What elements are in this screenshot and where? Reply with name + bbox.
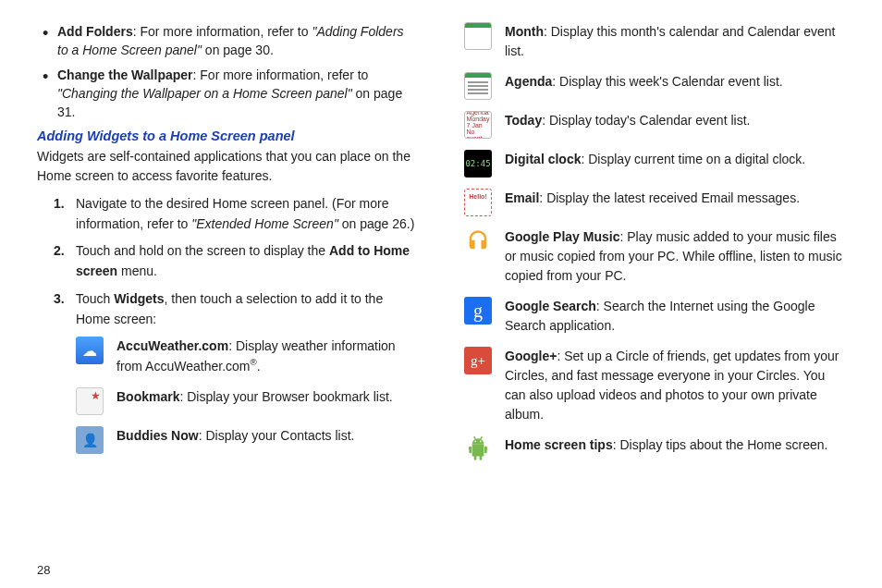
- music-headphones-icon: [464, 227, 492, 255]
- widget-desc: : Display current time on a digital cloc…: [581, 152, 805, 166]
- widget-desc: : Display the latest received Email mess…: [539, 190, 800, 205]
- svg-rect-5: [474, 455, 477, 459]
- weather-icon: [76, 337, 104, 364]
- widget-name: Digital clock: [505, 152, 581, 166]
- svg-line-7: [474, 436, 476, 439]
- right-column: Month: Display this month's calendar and…: [464, 22, 845, 474]
- widget-text: Buddies Now: Display your Contacts list.: [116, 426, 418, 446]
- digital-clock-icon: 02:45: [464, 150, 492, 178]
- widget-text: Google Play Music: Play music added to y…: [505, 227, 845, 286]
- step-ref: "Extended Home Screen": [191, 216, 338, 231]
- svg-rect-0: [472, 445, 484, 457]
- calendar-month-icon: [464, 22, 492, 50]
- bullet-label: Change the Wallpaper: [57, 67, 193, 82]
- bullet-suffix: on page 30.: [202, 43, 274, 57]
- calendar-agenda-icon: [464, 72, 492, 100]
- widget-desc: : Display this week's Calendar event lis…: [552, 74, 782, 89]
- svg-rect-3: [469, 447, 472, 454]
- widget-desc: : Display your Contacts list.: [199, 428, 355, 443]
- bullet-text: : For more information, refer to: [193, 67, 369, 82]
- svg-point-9: [474, 441, 476, 443]
- buddy-icon: [76, 426, 104, 454]
- bullet-change-wallpaper: Change the Wallpaper: For more informati…: [37, 66, 418, 122]
- widget-gplus: Google+: Set up a Circle of friends, get…: [464, 347, 845, 424]
- document-page: Add Folders: For more information, refer…: [0, 0, 882, 484]
- widget-email: Email: Display the latest received Email…: [464, 189, 845, 216]
- step-bold: Widgets: [114, 291, 164, 306]
- widget-name: AccuWeather.com: [116, 338, 228, 353]
- google-plus-icon: [464, 347, 492, 374]
- widget-text: Digital clock: Display current time on a…: [505, 150, 845, 169]
- svg-line-8: [481, 436, 483, 439]
- bullet-text: : For more information, refer to: [133, 24, 312, 39]
- bookmark-icon: [76, 387, 104, 415]
- bullet-ref: "Changing the Wallpaper on a Home Screen…: [57, 86, 352, 101]
- svg-point-10: [480, 441, 482, 443]
- widget-text: Bookmark: Display your Browser bookmark …: [116, 387, 418, 407]
- widget-desc: : Display this month's calendar and Cale…: [505, 24, 836, 58]
- svg-rect-4: [484, 447, 487, 454]
- widget-text: Today: Display today's Calendar event li…: [505, 111, 845, 130]
- widget-text: Month: Display this month's calendar and…: [505, 22, 845, 61]
- widget-name: Agenda: [505, 74, 552, 89]
- widget-text: Home screen tips: Display tips about the…: [505, 435, 845, 455]
- widget-text: Google+: Set up a Circle of friends, get…: [505, 347, 845, 424]
- step-text: on page 26.): [338, 216, 415, 231]
- intro-paragraph: Widgets are self-contained applications …: [37, 147, 418, 185]
- widget-name: Month: [505, 24, 544, 39]
- google-search-icon: [464, 297, 492, 325]
- widget-desc: : Display today's Calendar event list.: [542, 113, 750, 128]
- widget-name: Bookmark: [116, 389, 179, 404]
- widget-desc: : Display tips about the Home screen.: [613, 437, 828, 452]
- widget-name: Google+: [505, 349, 557, 363]
- android-icon: [464, 435, 492, 463]
- widget-name: Buddies Now: [116, 428, 199, 443]
- step-3: Touch Widgets, then touch a selection to…: [76, 289, 418, 329]
- step-text: menu.: [117, 263, 157, 278]
- widget-gsearch: Google Search: Search the Internet using…: [464, 297, 845, 336]
- left-column: Add Folders: For more information, refer…: [37, 22, 418, 474]
- widget-name: Google Play Music: [505, 229, 619, 244]
- widget-agenda: Agenda: Display this week's Calendar eve…: [464, 72, 845, 100]
- widget-name: Home screen tips: [505, 437, 613, 452]
- bullet-add-folders: Add Folders: For more information, refer…: [37, 22, 418, 60]
- page-number: 28: [37, 563, 50, 577]
- step-text: Touch and hold on the screen to display …: [76, 243, 329, 258]
- steps-list: Navigate to the desired Home screen pane…: [37, 194, 418, 329]
- widget-tail: .: [257, 359, 261, 374]
- widget-buddies: Buddies Now: Display your Contacts list.: [37, 426, 418, 454]
- bullet-list: Add Folders: For more information, refer…: [37, 22, 418, 121]
- widget-text: Agenda: Display this week's Calendar eve…: [505, 72, 845, 92]
- widget-month: Month: Display this month's calendar and…: [464, 22, 845, 61]
- widget-name: Today: [505, 113, 542, 128]
- widget-desc: : Display your Browser bookmark list.: [179, 389, 392, 404]
- widget-music: Google Play Music: Play music added to y…: [464, 227, 845, 286]
- widget-clock: 02:45 Digital clock: Display current tim…: [464, 150, 845, 178]
- registered-mark: ®: [250, 357, 256, 367]
- widget-name: Google Search: [505, 299, 596, 313]
- widget-name: Email: [505, 190, 539, 205]
- section-heading: Adding Widgets to a Home Screen panel: [37, 129, 418, 143]
- widget-hometips: Home screen tips: Display tips about the…: [464, 435, 845, 463]
- step-1: Navigate to the desired Home screen pane…: [76, 194, 418, 234]
- widget-accuweather: AccuWeather.com: Display weather informa…: [37, 337, 418, 376]
- widget-today: Agenda Monday 7 Jan No event Today: Disp…: [464, 111, 845, 139]
- widget-text: AccuWeather.com: Display weather informa…: [116, 337, 418, 376]
- bullet-label: Add Folders: [57, 24, 133, 39]
- step-text: Touch: [76, 291, 114, 306]
- widget-bookmark: Bookmark: Display your Browser bookmark …: [37, 387, 418, 415]
- widget-text: Email: Display the latest received Email…: [505, 189, 845, 208]
- step-2: Touch and hold on the screen to display …: [76, 241, 418, 281]
- email-icon: [464, 189, 492, 216]
- calendar-today-icon: Agenda Monday 7 Jan No event: [464, 111, 492, 139]
- widget-text: Google Search: Search the Internet using…: [505, 297, 845, 336]
- svg-rect-6: [480, 455, 483, 459]
